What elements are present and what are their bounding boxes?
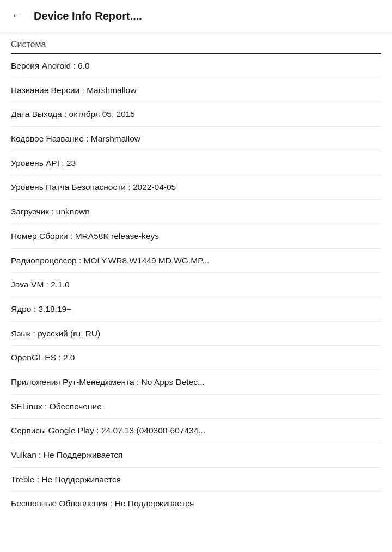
item-label: Загрузчик : [11,207,56,216]
item-value: Обеспечение [50,402,102,411]
item-label: OpenGL ES : [11,353,63,362]
info-item: Treble : Не Поддерживается [11,468,381,492]
item-label: Язык : [11,329,38,338]
info-item: Версия Android : 6.0 [11,54,381,78]
item-value: Не Поддерживается [41,475,121,484]
item-value: октября 05, 2015 [69,109,135,119]
info-list: Версия Android : 6.0Название Версии : Ma… [0,54,392,516]
info-item: Кодовое Название : Marshmallow [11,127,381,151]
info-item: Название Версии : Marshmallow [11,78,381,103]
item-value: 2.1.0 [51,280,69,289]
info-item: Ядро : 3.18.19+ [11,297,381,322]
item-value: 3.18.19+ [38,304,71,314]
item-label: Vulkan : [11,450,44,459]
item-value: Не Поддерживается [44,450,123,459]
section-title: Система [11,40,381,53]
item-value: 24.07.13 (040300-607434... [101,426,205,435]
item-label: Кодовое Название : [11,134,91,143]
item-value: MRA58K release-keys [75,231,159,241]
item-label: Уровень Патча Безопасности : [11,182,133,192]
item-value: 2022-04-05 [133,182,176,192]
info-item: Язык : русский (ru_RU) [11,322,381,346]
item-label: Радиопроцессор : [11,256,84,265]
info-item: Сервисы Google Play : 24.07.13 (040300-6… [11,419,381,443]
header: ← Device Info Report.... [0,0,392,32]
back-button[interactable]: ← [11,9,23,23]
item-label: Сервисы Google Play : [11,426,101,435]
item-label: Приложения Рут-Менеджмента : [11,377,142,387]
info-item: Номер Сборки : MRA58K release-keys [11,224,381,249]
item-label: Treble : [11,475,41,484]
item-label: Дата Выхода : [11,109,69,119]
item-value: Marshmallow [87,85,136,95]
info-item: Уровень Патча Безопасности : 2022-04-05 [11,175,381,200]
info-item: SELinux : Обеспечение [11,395,381,419]
info-item: OpenGL ES : 2.0 [11,346,381,370]
info-item: Радиопроцессор : MOLY.WR8.W1449.MD.WG.MP… [11,249,381,273]
item-value: No Apps Detec... [142,377,205,387]
item-value: русский (ru_RU) [38,329,100,338]
item-value: unknown [56,207,90,216]
info-item: Бесшовные Обновления : Не Поддерживается [11,492,381,516]
info-item: Java VM : 2.1.0 [11,273,381,297]
item-label: SELinux : [11,402,50,411]
info-item: Уровень API : 23 [11,151,381,176]
item-label: Название Версии : [11,85,87,95]
item-value: Не Поддерживается [115,499,194,508]
info-item: Загрузчик : unknown [11,200,381,224]
item-label: Уровень API : [11,158,66,168]
item-label: Ядро : [11,304,38,314]
item-value: Marshmallow [91,134,140,143]
item-label: Java VM : [11,280,51,289]
item-value: 2.0 [63,353,75,362]
item-value: 23 [66,158,76,168]
info-item: Дата Выхода : октября 05, 2015 [11,102,381,127]
info-item: Приложения Рут-Менеджмента : No Apps Det… [11,370,381,395]
info-item: Vulkan : Не Поддерживается [11,443,381,468]
item-label: Номер Сборки : [11,231,75,241]
item-label: Бесшовные Обновления : [11,499,115,508]
item-label: Версия Android : [11,61,78,70]
section-header: Система [0,32,392,54]
page-title: Device Info Report.... [34,10,142,22]
item-value: 6.0 [78,61,90,70]
item-value: MOLY.WR8.W1449.MD.WG.MP... [84,256,210,265]
